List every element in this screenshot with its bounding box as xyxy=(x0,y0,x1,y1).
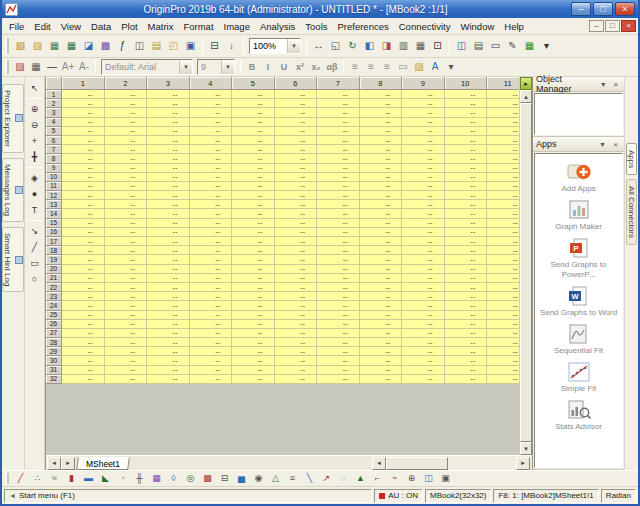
pointer-tool[interactable]: ↖ xyxy=(26,80,43,96)
matrix-cell-16-3[interactable]: -- xyxy=(147,228,190,237)
horizontal-scrollbar[interactable]: ◂ ▸ xyxy=(372,457,530,470)
matrix-cell-13-10[interactable]: -- xyxy=(445,200,488,209)
matrix-cell-21-10[interactable]: -- xyxy=(445,274,488,283)
matrix-cell-18-6[interactable]: -- xyxy=(275,246,318,255)
matrix-cell-3-9[interactable]: -- xyxy=(402,108,445,117)
matrix-cell-7-1[interactable]: -- xyxy=(62,145,105,154)
matrix-cell-30-6[interactable]: -- xyxy=(275,356,318,365)
matrix-cell-12-8[interactable]: -- xyxy=(360,191,403,200)
more-format-button[interactable]: ▾ xyxy=(443,60,459,75)
matrix-cell-4-9[interactable]: -- xyxy=(402,118,445,127)
contour-plot-button[interactable]: ◎ xyxy=(182,471,199,486)
matrix-cell-26-7[interactable]: -- xyxy=(317,320,360,329)
polar-plot-button[interactable]: ◉ xyxy=(250,471,267,486)
matrix-cell-19-8[interactable]: -- xyxy=(360,255,403,264)
row-header-12[interactable]: 12 xyxy=(46,191,62,200)
matrix-cell-22-9[interactable]: -- xyxy=(402,283,445,292)
matrix-cell-14-1[interactable]: -- xyxy=(62,209,105,218)
matrix-cell-1-10[interactable]: -- xyxy=(445,90,488,99)
matrix-cell-28-8[interactable]: -- xyxy=(360,338,403,347)
matrix-cell-4-5[interactable]: -- xyxy=(232,118,275,127)
matrix-cell-4-6[interactable]: -- xyxy=(275,118,318,127)
matrix-cell-22-8[interactable]: -- xyxy=(360,283,403,292)
matrix-cell-1-6[interactable]: -- xyxy=(275,90,318,99)
matrix-cell-4-8[interactable]: -- xyxy=(360,118,403,127)
matrix-cell-23-5[interactable]: -- xyxy=(232,292,275,301)
matrix-cell-31-6[interactable]: -- xyxy=(275,366,318,375)
matrix-cell-30-7[interactable]: -- xyxy=(317,356,360,365)
menu-analysis[interactable]: Analysis xyxy=(255,20,300,33)
matrix-cell-5-5[interactable]: -- xyxy=(232,127,275,136)
matrix-cell-19-4[interactable]: -- xyxy=(190,255,233,264)
matrix-cell-13-1[interactable]: -- xyxy=(62,200,105,209)
matrix-cell-26-2[interactable]: -- xyxy=(105,320,148,329)
matrix-cell-23-3[interactable]: -- xyxy=(147,292,190,301)
scale-in-tool[interactable]: ⊕ xyxy=(26,101,43,117)
merge-cells-button[interactable]: ▭ xyxy=(395,60,411,75)
menu-plot[interactable]: Plot xyxy=(116,20,142,33)
matrix-cell-31-7[interactable]: -- xyxy=(317,366,360,375)
panel-close-icon[interactable]: × xyxy=(611,79,621,90)
matrix-cell-28-9[interactable]: -- xyxy=(402,338,445,347)
matrix-cell-15-1[interactable]: -- xyxy=(62,219,105,228)
panel-menu-icon[interactable]: ▾ xyxy=(598,79,608,90)
matrix-cell-6-5[interactable]: -- xyxy=(232,136,275,145)
matrix-cell-24-6[interactable]: -- xyxy=(275,301,318,310)
column-header-2[interactable]: 2 xyxy=(105,77,148,90)
arrange-layers-button[interactable]: ▦ xyxy=(412,38,429,55)
new-project-button[interactable]: ▧ xyxy=(12,38,29,55)
matrix-cell-21-8[interactable]: -- xyxy=(360,274,403,283)
matrix-cell-10-7[interactable]: -- xyxy=(317,173,360,182)
matrix-cell-6-7[interactable]: -- xyxy=(317,136,360,145)
matrix-cell-21-7[interactable]: -- xyxy=(317,274,360,283)
scatter-plot-button[interactable]: ∴ xyxy=(29,471,46,486)
apps-side-tab[interactable]: Apps xyxy=(626,143,637,175)
matrix-cell-18-3[interactable]: -- xyxy=(147,246,190,255)
vertical-scrollbar[interactable]: ▸ ▴ ▾ xyxy=(519,77,532,455)
row-header-3[interactable]: 3 xyxy=(46,108,62,117)
title-bar[interactable]: OriginPro 2019b 64-bit (Administrator) -… xyxy=(2,0,638,18)
duplicate-window-button[interactable]: ◱ xyxy=(327,38,344,55)
matrix-cell-25-2[interactable]: -- xyxy=(105,311,148,320)
matrix-cell-7-7[interactable]: -- xyxy=(317,145,360,154)
matrix-cell-28-7[interactable]: -- xyxy=(317,338,360,347)
matrix-cell-9-3[interactable]: -- xyxy=(147,164,190,173)
matrix-cell-29-10[interactable]: -- xyxy=(445,347,488,356)
simple-fit-app[interactable]: Simple Fit xyxy=(561,361,597,393)
matrix-cell-18-1[interactable]: -- xyxy=(62,246,105,255)
matrix-cell-27-10[interactable]: -- xyxy=(445,329,488,338)
matrix-cell-22-4[interactable]: -- xyxy=(190,283,233,292)
double-y-plot-button[interactable]: ╫ xyxy=(131,471,148,486)
matrix-cell-29-5[interactable]: -- xyxy=(232,347,275,356)
chevron-down-icon[interactable]: ▾ xyxy=(287,39,300,53)
matrix-cell-16-8[interactable]: -- xyxy=(360,228,403,237)
matrix-cell-19-9[interactable]: -- xyxy=(402,255,445,264)
matrix-cell-31-4[interactable]: -- xyxy=(190,366,233,375)
matrix-cell-13-7[interactable]: -- xyxy=(317,200,360,209)
scale-out-tool[interactable]: ⊖ xyxy=(26,117,43,133)
matrix-cell-1-5[interactable]: -- xyxy=(232,90,275,99)
matrix-cell-22-3[interactable]: -- xyxy=(147,283,190,292)
matrix-cell-10-8[interactable]: -- xyxy=(360,173,403,182)
mdi-close-button[interactable]: × xyxy=(621,20,636,32)
matrix-cell-9-7[interactable]: -- xyxy=(317,164,360,173)
matrix-cell-9-2[interactable]: -- xyxy=(105,164,148,173)
matrix-cell-2-7[interactable]: -- xyxy=(317,99,360,108)
matrix-cell-3-7[interactable]: -- xyxy=(317,108,360,117)
style-border-button[interactable]: ▦ xyxy=(28,60,44,75)
refresh-button[interactable]: ↻ xyxy=(344,38,361,55)
matrix-cell-13-6[interactable]: -- xyxy=(275,200,318,209)
sequential-fit-app[interactable]: Sequential Fit xyxy=(554,323,603,355)
fit-page-button[interactable]: ⊡ xyxy=(429,38,446,55)
matrix-cell-30-3[interactable]: -- xyxy=(147,356,190,365)
status-au[interactable]: AU : ON xyxy=(374,489,423,503)
matrix-cell-7-8[interactable]: -- xyxy=(360,145,403,154)
matrix-cell-22-5[interactable]: -- xyxy=(232,283,275,292)
font-name-combo[interactable]: Default: Arial ▾ xyxy=(101,59,193,75)
row-header-11[interactable]: 11 xyxy=(46,182,62,191)
matrix-cell-17-5[interactable]: -- xyxy=(232,237,275,246)
matrix-cell-22-10[interactable]: -- xyxy=(445,283,488,292)
matrix-cell-11-6[interactable]: -- xyxy=(275,182,318,191)
matrix-cell-17-1[interactable]: -- xyxy=(62,237,105,246)
matrix-cell-18-7[interactable]: -- xyxy=(317,246,360,255)
